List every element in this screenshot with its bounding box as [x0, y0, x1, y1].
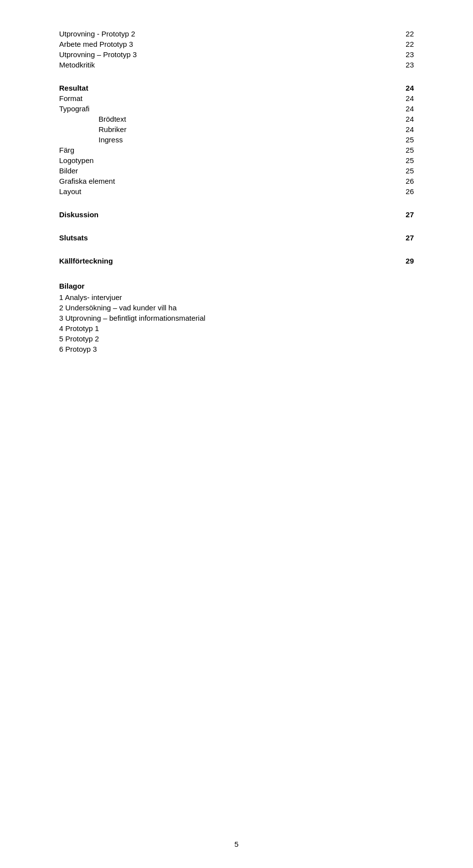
toc-label-ingress: Ingress [59, 135, 123, 144]
toc-label-layout: Layout [59, 187, 81, 196]
toc-entry-farg: Färg 25 [59, 146, 414, 154]
bilagor-item-0: 1 Analys- intervjuer [59, 293, 414, 301]
toc-page-grafiska: 26 [399, 177, 414, 185]
toc-page-ingress: 25 [399, 135, 414, 144]
page-number: 5 [235, 840, 238, 848]
bilagor-item-1: 2 Undersökning – vad kunder vill ha [59, 303, 414, 312]
bilagor-item-4: 5 Prototyp 2 [59, 334, 414, 343]
toc-page-slutsats: 27 [399, 234, 414, 242]
toc-label-arbete3: Arbete med Prototyp 3 [59, 40, 133, 48]
toc-page-farg: 25 [399, 146, 414, 154]
toc-page-metodkritik: 23 [399, 61, 414, 69]
toc-entry-brodtext: Brödtext 24 [59, 115, 414, 123]
toc-section-initial: Utprovning - Prototyp 2 22 Arbete med Pr… [59, 30, 414, 69]
toc-entry-resultat: Resultat 24 [59, 84, 414, 92]
toc-label-grafiska: Grafiska element [59, 177, 115, 185]
toc-label-kallforteckning: Källförteckning [59, 257, 113, 265]
toc-page-bilder: 25 [399, 167, 414, 175]
toc-page-format: 24 [399, 94, 414, 102]
toc-page-diskussion: 27 [399, 210, 414, 219]
toc-entry-typografi: Typografi 24 [59, 104, 414, 113]
toc-page-utprovning2: 22 [399, 30, 414, 38]
toc-label-typografi: Typografi [59, 104, 90, 113]
toc-page-logotypen: 25 [399, 156, 414, 165]
toc-label-diskussion: Diskussion [59, 210, 99, 219]
toc-label-metodkritik: Metodkritik [59, 61, 95, 69]
toc-label-format: Format [59, 94, 83, 102]
toc-entry-diskussion: Diskussion 27 [59, 210, 414, 219]
toc-label-bilder: Bilder [59, 167, 78, 175]
toc-label-rubriker: Rubriker [59, 125, 127, 134]
toc-entry-grafiska: Grafiska element 26 [59, 177, 414, 185]
bilagor-section: Bilagor 1 Analys- intervjuer 2 Undersökn… [59, 282, 414, 353]
toc-page-layout: 26 [399, 187, 414, 196]
toc-page-brodtext: 24 [399, 115, 414, 123]
toc-entry-layout: Layout 26 [59, 187, 414, 196]
bilagor-item-2: 3 Utprovning – befintligt informationsma… [59, 314, 414, 322]
toc-label-utprovning2: Utprovning - Prototyp 2 [59, 30, 135, 38]
toc-entry-logotypen: Logotypen 25 [59, 156, 414, 165]
toc-label-farg: Färg [59, 146, 74, 154]
toc-page-utprovning3: 23 [399, 50, 414, 59]
toc-label-logotypen: Logotypen [59, 156, 94, 165]
toc-page-rubriker: 24 [399, 125, 414, 134]
toc-page-typografi: 24 [399, 104, 414, 113]
toc-label-slutsats: Slutsats [59, 234, 88, 242]
toc-entry-format: Format 24 [59, 94, 414, 102]
toc-entry-bilder: Bilder 25 [59, 167, 414, 175]
bilagor-item-5: 6 Protoyp 3 [59, 345, 414, 353]
toc-entry-rubriker: Rubriker 24 [59, 125, 414, 134]
toc-entry-ingress: Ingress 25 [59, 135, 414, 144]
toc-entry-utprovning2: Utprovning - Prototyp 2 22 [59, 30, 414, 38]
toc-page-arbete3: 22 [399, 40, 414, 48]
toc-entry-metodkritik: Metodkritik 23 [59, 61, 414, 69]
bilagor-item-3: 4 Prototyp 1 [59, 324, 414, 333]
toc-page-kallforteckning: 29 [399, 257, 414, 265]
toc-label-resultat: Resultat [59, 84, 88, 92]
bilagor-heading: Bilagor [59, 282, 414, 290]
toc-entry-arbete3: Arbete med Prototyp 3 22 [59, 40, 414, 48]
toc-label-brodtext: Brödtext [59, 115, 126, 123]
toc-entry-kallforteckning: Källförteckning 29 [59, 257, 414, 265]
toc-entry-slutsats: Slutsats 27 [59, 234, 414, 242]
toc-label-utprovning3: Utprovning – Prototyp 3 [59, 50, 137, 59]
page-container: Utprovning - Prototyp 2 22 Arbete med Pr… [0, 0, 473, 868]
toc-entry-utprovning3: Utprovning – Prototyp 3 23 [59, 50, 414, 59]
toc-page-resultat: 24 [399, 84, 414, 92]
